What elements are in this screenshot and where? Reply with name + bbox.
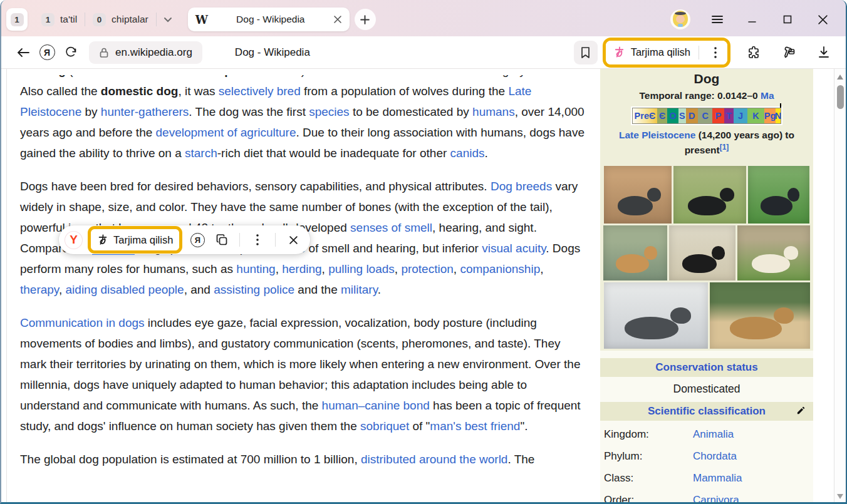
text-run: dog xyxy=(44,75,66,77)
popup-kebab-icon[interactable] xyxy=(248,230,267,249)
jack-russell-terrier-photo[interactable] xyxy=(737,225,810,280)
text-run: , xyxy=(59,283,66,296)
article-link[interactable]: human–canine bond xyxy=(322,399,430,412)
timescale-segment[interactable]: J xyxy=(734,108,747,123)
timescale-segment[interactable]: D xyxy=(686,108,698,123)
menu-hamburger-icon[interactable] xyxy=(707,9,728,30)
article-link[interactable]: starch xyxy=(185,147,217,160)
mudi-dog-running-photo[interactable] xyxy=(604,166,672,224)
timescale-segment[interactable]: T xyxy=(724,108,734,123)
dog-nursing-puppies-sand-photo[interactable] xyxy=(710,282,810,349)
popup-translate-button[interactable]: Tarjima qilish xyxy=(91,229,179,250)
ma-link[interactable]: Ma xyxy=(761,90,774,101)
article-link[interactable]: [1] xyxy=(720,143,729,152)
taxobox-header: Dog Temporal range: 0.0142–0 Ma PreЄЄOSD… xyxy=(600,69,813,164)
tab-chip-tatil[interactable]: 1 ta'til xyxy=(34,8,85,31)
password-key-icon[interactable] xyxy=(777,41,801,64)
text-run: , xyxy=(454,262,460,275)
article-link[interactable]: species xyxy=(309,105,349,118)
translate-kebab-icon[interactable] xyxy=(707,41,724,64)
article-link[interactable]: senses of smell xyxy=(350,221,432,234)
tab-chip-count-badge: 1 xyxy=(41,13,55,26)
divider xyxy=(239,233,240,247)
profile-avatar[interactable] xyxy=(670,9,690,29)
tab-close-icon[interactable] xyxy=(333,15,342,24)
article-link[interactable]: therapy xyxy=(20,283,59,296)
bookmark-icon[interactable] xyxy=(574,41,598,64)
vertical-scrollbar[interactable] xyxy=(834,69,846,504)
article-link[interactable]: herding xyxy=(282,262,321,275)
article-link[interactable]: development of agriculture xyxy=(156,126,296,139)
extensions-puzzle-icon[interactable] xyxy=(742,41,766,64)
scientific-classification-header[interactable]: Scientific classification xyxy=(600,402,813,421)
article-link[interactable]: Communication in dogs xyxy=(20,316,145,329)
search-selection-icon[interactable]: Я xyxy=(188,230,207,249)
article-link[interactable]: selectively bred xyxy=(219,85,301,98)
timescale-segment[interactable]: C xyxy=(698,108,712,123)
edit-pencil-icon[interactable] xyxy=(796,406,806,415)
yandex-search-icon[interactable]: Я xyxy=(35,41,59,64)
reload-icon[interactable] xyxy=(59,41,83,64)
article-link[interactable]: pulling loads xyxy=(328,262,395,275)
article-link[interactable]: humans xyxy=(472,105,515,118)
page-title: Dog - Wikipedia xyxy=(235,46,310,59)
article-link[interactable]: sobriquet xyxy=(360,419,409,433)
window-maximize-button[interactable] xyxy=(777,9,798,30)
window-minimize-button[interactable] xyxy=(742,9,763,30)
article-link[interactable]: visual acuity xyxy=(482,242,546,255)
copy-icon[interactable] xyxy=(212,230,231,249)
article-link[interactable]: protection xyxy=(401,262,453,275)
text-run: Also called the xyxy=(20,85,101,98)
geologic-timescale-bar[interactable]: PreЄЄOSDCPTJKPgN xyxy=(632,108,781,124)
conservation-status-header[interactable]: Conservation status xyxy=(600,358,813,377)
article-link[interactable]: hunter-gatherers xyxy=(101,105,189,118)
yandex-logo-icon[interactable]: Y xyxy=(65,232,82,249)
black-labrador-snow-photo[interactable] xyxy=(669,225,735,280)
timescale-segment[interactable]: K xyxy=(747,108,764,123)
scroll-up-arrow-icon[interactable] xyxy=(837,75,843,80)
article-link[interactable]: companionship xyxy=(460,262,540,275)
active-tab-dog-wikipedia[interactable]: W Dog - Wikipedia xyxy=(188,8,350,31)
canaan-dog-photo[interactable] xyxy=(673,166,746,224)
article-link[interactable]: aiding disabled people xyxy=(66,283,184,296)
article-link[interactable]: assisting police xyxy=(214,283,294,296)
tab-group-pill[interactable]: 1 xyxy=(6,8,28,31)
new-tab-button[interactable] xyxy=(355,9,376,30)
clipped-first-line: The dog (Canis familiaris or Canis lupus… xyxy=(20,75,587,81)
chevron-down-icon[interactable] xyxy=(163,14,173,24)
taxonomy-value-link[interactable]: Carnivora xyxy=(693,494,739,504)
timescale-segment[interactable]: Є xyxy=(657,108,668,123)
timescale-segment[interactable]: Pg xyxy=(764,108,776,123)
popup-close-icon[interactable] xyxy=(284,230,303,249)
scroll-down-arrow-icon[interactable] xyxy=(837,494,843,499)
article-link[interactable]: Dog breeds xyxy=(491,180,552,193)
taxonomy-rank: Phylum: xyxy=(604,450,693,463)
article-link[interactable]: canids xyxy=(450,147,485,160)
tab-chip-chiptalar[interactable]: 0 chiptalar xyxy=(85,8,156,31)
timescale-segment[interactable]: N xyxy=(776,108,781,123)
window-close-button[interactable] xyxy=(812,9,833,30)
article-link[interactable]: distributed around the world xyxy=(361,453,507,466)
article-link[interactable]: hunting xyxy=(236,262,275,275)
text-run: , xyxy=(540,262,543,275)
translate-button[interactable]: Tarjima qilish xyxy=(606,41,727,64)
taxonomy-value-link[interactable]: Animalia xyxy=(693,428,734,441)
timescale-segment[interactable]: P xyxy=(712,108,724,123)
taxonomy-value-link[interactable]: Mammalia xyxy=(693,472,742,485)
article-link[interactable]: man's best friend xyxy=(430,419,520,433)
article-link[interactable]: Late Pleistocene xyxy=(619,130,695,140)
timescale-segment[interactable]: PreЄ xyxy=(633,108,657,123)
article-link[interactable]: military xyxy=(341,283,378,296)
address-bar[interactable]: en.wikipedia.org xyxy=(89,41,202,64)
timescale-segment[interactable]: S xyxy=(678,108,686,123)
download-icon[interactable] xyxy=(812,41,836,64)
scrollbar-thumb[interactable] xyxy=(837,85,844,109)
back-icon[interactable] xyxy=(11,41,35,64)
selection-popup: Y Tarjima qilish Я xyxy=(59,225,310,254)
taxonomy-value-link[interactable]: Chordata xyxy=(693,450,737,463)
sled-dogs-snow-photo[interactable] xyxy=(604,282,708,349)
text-run: -rich diet that would be inadequate for … xyxy=(217,147,450,160)
golden-retriever-water-photo[interactable] xyxy=(603,225,667,280)
japanese-chin-photo[interactable] xyxy=(748,166,809,224)
timescale-segment[interactable]: O xyxy=(667,108,678,123)
